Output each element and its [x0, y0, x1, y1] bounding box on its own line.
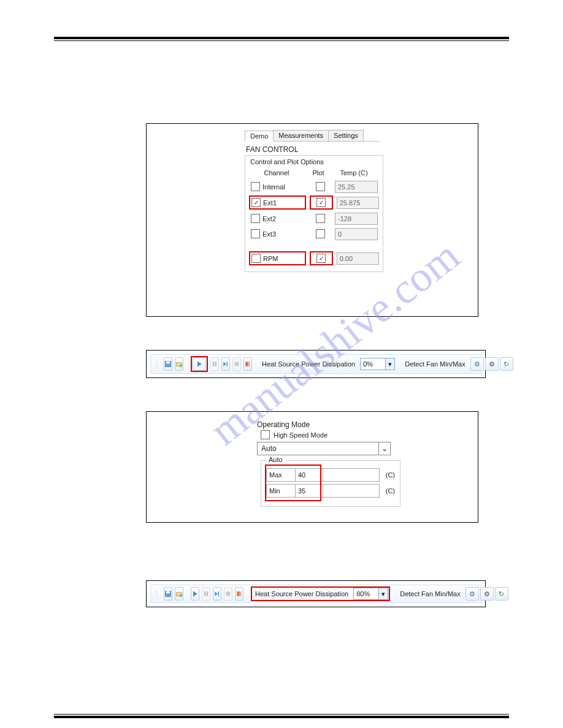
highlight-heat: Heat Source Power Dissipation 80% ▾: [251, 586, 390, 601]
row-internal: Internal 25.25: [249, 180, 379, 193]
min-value[interactable]: 35: [295, 484, 323, 498]
play-icon[interactable]: [193, 357, 206, 371]
svg-point-9: [234, 362, 239, 366]
refresh-icon[interactable]: ↻: [500, 357, 513, 371]
svg-point-3: [180, 365, 183, 368]
row-ext3: Ext3 0: [249, 227, 379, 240]
header-channel: Channel: [249, 168, 304, 178]
label-high-speed: High Speed Mode: [274, 431, 327, 439]
label-ext1: Ext1: [263, 199, 277, 207]
svg-rect-18: [207, 591, 208, 596]
temp-rpm: 0.00: [337, 252, 379, 265]
heat-label-a: Heat Source Power Dissipation: [259, 360, 358, 368]
auto-legend: Auto: [266, 456, 285, 463]
checkbox-ext1-channel[interactable]: ✓: [251, 198, 261, 207]
figure-toolbar-b: ⋮ Heat Source Power Dissipation 80% ▾ De…: [146, 580, 486, 607]
record-icon[interactable]: [224, 587, 232, 601]
open-icon[interactable]: [175, 357, 183, 371]
max-label: Max: [266, 468, 295, 482]
svg-rect-22: [237, 591, 240, 596]
svg-rect-8: [227, 362, 228, 366]
checkbox-ext3-plot[interactable]: [316, 229, 325, 238]
play-icon[interactable]: [191, 587, 199, 601]
heat-combo-b[interactable]: 80% ▾: [353, 588, 388, 600]
chevron-down-icon: ▾: [378, 588, 388, 599]
checkbox-internal-channel[interactable]: [251, 182, 260, 191]
checkbox-ext1-plot[interactable]: ✓: [316, 198, 326, 207]
svg-marker-4: [197, 362, 202, 367]
skip-icon[interactable]: [213, 587, 221, 601]
temp-internal: 25.25: [335, 181, 378, 193]
detect-label-a: Detect Fan Min/Max: [402, 360, 467, 368]
heat-value-b: 80%: [356, 590, 378, 597]
toolbar-a: ⋮ Heat Source Power Dissipation 0% ▾ Det…: [150, 354, 481, 374]
skip-icon[interactable]: [221, 357, 230, 371]
operating-mode-title: Operating Mode: [257, 420, 472, 429]
label-ext2: Ext2: [262, 215, 276, 222]
open-icon[interactable]: [175, 587, 183, 601]
gear-wrench-icon[interactable]: ⚙: [485, 357, 499, 371]
stop-icon[interactable]: [243, 357, 252, 371]
svg-marker-16: [193, 591, 197, 597]
pause-icon[interactable]: [210, 357, 219, 371]
refresh-icon[interactable]: ↻: [495, 587, 508, 601]
pause-icon[interactable]: [202, 587, 210, 601]
temp-ext1: 25.875: [337, 197, 379, 209]
heat-label-b: Heat Source Power Dissipation: [253, 590, 351, 597]
checkbox-ext3-channel[interactable]: [251, 229, 260, 238]
gear-icon[interactable]: ⚙: [465, 587, 479, 601]
gear-wrench-icon[interactable]: ⚙: [480, 587, 494, 601]
tab-settings[interactable]: Settings: [328, 130, 364, 141]
max-value[interactable]: 40: [295, 468, 323, 482]
heat-value-a: 0%: [363, 360, 385, 368]
svg-marker-7: [223, 362, 226, 366]
control-plot-options: Control and Plot Options Channel Plot Te…: [245, 155, 383, 272]
svg-rect-11: [248, 362, 250, 366]
stop-icon[interactable]: [235, 587, 243, 601]
svg-point-15: [180, 594, 183, 597]
label-rpm: RPM: [263, 255, 278, 262]
max-rest[interactable]: [323, 468, 380, 482]
temp-ext2: -128: [335, 213, 378, 225]
figure-fan-control: Demo Measurements Settings FAN CONTROL C…: [146, 123, 478, 317]
checkbox-ext2-plot[interactable]: [316, 214, 325, 223]
svg-rect-23: [240, 591, 242, 596]
mode-combo[interactable]: Auto ⌄: [257, 442, 391, 455]
mode-value: Auto: [261, 444, 277, 453]
fan-control-title: FAN CONTROL: [246, 145, 472, 154]
min-unit: (C): [386, 487, 395, 495]
save-icon[interactable]: [164, 587, 172, 601]
temp-ext3: 0: [335, 228, 378, 240]
checkbox-high-speed[interactable]: [261, 430, 270, 439]
checkbox-rpm-plot[interactable]: ✓: [316, 254, 326, 263]
svg-rect-17: [204, 591, 205, 596]
header-plot: Plot: [308, 168, 329, 178]
min-rest[interactable]: [323, 484, 380, 498]
svg-rect-10: [245, 362, 248, 366]
chevron-down-icon: ⌄: [378, 442, 390, 455]
label-ext3: Ext3: [262, 230, 276, 238]
svg-rect-13: [166, 591, 170, 594]
figure-toolbar-a: ⋮ Heat Source Power Dissipation 0% ▾ Det…: [146, 350, 486, 378]
header-temp: Temp (C): [332, 169, 375, 176]
svg-rect-6: [215, 362, 216, 366]
auto-group: Auto Max 40 (C) Min 35 (C): [261, 460, 400, 507]
row-rpm: RPM ✓ 0.00: [249, 251, 379, 265]
row-ext1: ✓Ext1 ✓ 25.875: [249, 195, 379, 210]
checkbox-ext2-channel[interactable]: [251, 214, 260, 223]
record-icon[interactable]: [232, 357, 241, 371]
save-icon[interactable]: [164, 357, 172, 371]
label-internal: Internal: [262, 183, 285, 191]
svg-rect-1: [166, 362, 170, 364]
min-label: Min: [266, 484, 295, 498]
tabs: Demo Measurements Settings: [245, 130, 380, 142]
checkbox-rpm-channel[interactable]: [251, 254, 261, 263]
checkbox-internal-plot[interactable]: [316, 182, 325, 191]
tab-measurements[interactable]: Measurements: [273, 130, 329, 141]
heat-combo-a[interactable]: 0% ▾: [360, 358, 395, 370]
gear-icon[interactable]: ⚙: [470, 357, 484, 371]
max-unit: (C): [386, 471, 395, 479]
svg-marker-19: [215, 591, 218, 596]
tab-demo[interactable]: Demo: [245, 131, 274, 142]
svg-rect-20: [218, 591, 220, 596]
